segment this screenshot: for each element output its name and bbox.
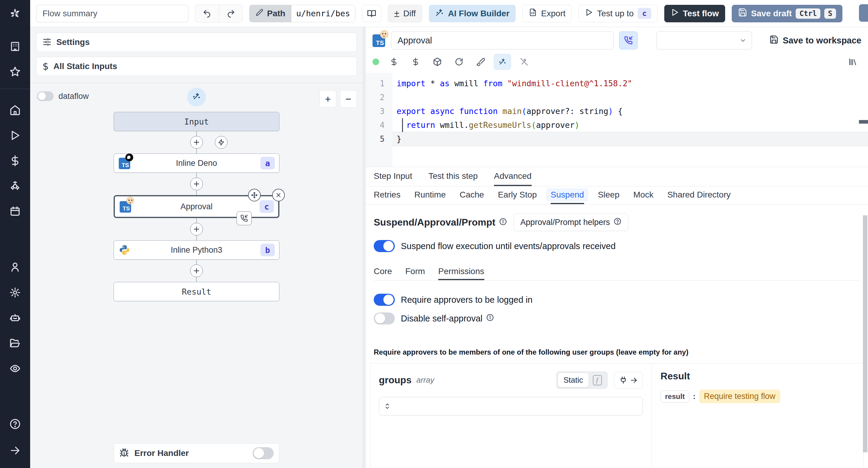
zoom-out-button[interactable]: −: [340, 90, 357, 108]
approval-phone-button[interactable]: [619, 31, 638, 50]
tab-advanced[interactable]: Advanced: [494, 167, 532, 186]
editor-code[interactable]: import * as wmill from "windmill-client@…: [393, 73, 868, 167]
insert-step-button[interactable]: [190, 178, 203, 190]
suspend-toggle-label: Suspend flow execution until events/appr…: [401, 241, 616, 251]
undo-button[interactable]: [195, 5, 219, 22]
ai-flow-builder-button[interactable]: AI Flow Builder: [429, 5, 516, 22]
flow-graph-canvas[interactable]: dataflow + − Input: [30, 83, 363, 468]
zoom-in-button[interactable]: +: [319, 90, 336, 108]
insert-step-button[interactable]: [190, 136, 203, 149]
approval-prompt-helpers-button[interactable]: Approval/Prompt helpers: [514, 213, 628, 231]
docs-book-button[interactable]: [362, 5, 381, 22]
folders-icon[interactable]: [8, 337, 22, 350]
subtab-runtime[interactable]: Runtime: [414, 186, 446, 204]
workspace-icon[interactable]: [8, 40, 22, 53]
tab-test-this-step[interactable]: Test this step: [429, 167, 478, 186]
test-flow-button[interactable]: Test flow: [664, 5, 725, 22]
variables-icon[interactable]: [8, 154, 22, 167]
favorites-star-icon[interactable]: [8, 65, 22, 79]
insert-step-button[interactable]: [190, 264, 203, 277]
connect-input-button[interactable]: [614, 372, 643, 389]
subtab-retries[interactable]: Retries: [374, 186, 401, 204]
flow-node-inline-python[interactable]: Inline Python3 b: [114, 240, 279, 260]
redo-button[interactable]: [219, 5, 242, 22]
disable-self-approval-toggle[interactable]: [374, 313, 395, 324]
flow-node-result[interactable]: Result: [114, 282, 279, 301]
all-static-inputs-item[interactable]: $ All Static Inputs: [36, 57, 357, 76]
result-key-badge[interactable]: result: [661, 390, 689, 403]
resources-icon[interactable]: [8, 179, 22, 193]
save-draft-button[interactable]: Save draft Ctrl S: [732, 5, 842, 22]
app-window: Path u/henri/bes ± Diff AI Flow Builder …: [0, 0, 868, 468]
package-button[interactable]: [429, 54, 446, 70]
diff-button[interactable]: ± Diff: [388, 5, 422, 22]
users-icon[interactable]: [8, 261, 22, 274]
panel-splitter[interactable]: [363, 27, 366, 468]
deploy-button-partial[interactable]: [859, 4, 868, 22]
collapse-arrow-icon[interactable]: [8, 444, 22, 457]
format-brush-button[interactable]: [472, 54, 490, 70]
flow-settings-item[interactable]: Settings: [36, 33, 357, 52]
settings-gear-icon[interactable]: [8, 286, 22, 299]
panel-scrollbar[interactable]: [863, 215, 867, 452]
tab-permissions[interactable]: Permissions: [438, 264, 484, 280]
info-icon[interactable]: [486, 314, 494, 324]
home-icon[interactable]: [8, 104, 22, 117]
function-icon: ƒ: [593, 375, 602, 385]
add-variable-button[interactable]: [385, 54, 403, 70]
schedules-icon[interactable]: [8, 205, 22, 218]
info-icon[interactable]: [499, 217, 507, 228]
editor-toolbar: [366, 52, 868, 73]
subtab-sleep[interactable]: Sleep: [598, 186, 620, 204]
subtab-shared-directory[interactable]: Shared Directory: [667, 186, 731, 204]
tab-form[interactable]: Form: [405, 264, 425, 280]
static-mode-button[interactable]: Static: [558, 373, 588, 387]
add-trigger-button[interactable]: [215, 136, 227, 149]
insert-step-button[interactable]: [190, 223, 203, 235]
workers-icon[interactable]: [8, 311, 22, 324]
tab-step-input[interactable]: Step Input: [374, 167, 412, 186]
move-step-button[interactable]: [248, 189, 261, 201]
flow-summary-input[interactable]: [36, 5, 188, 22]
function-mode-button[interactable]: ƒ: [589, 373, 606, 387]
ai-gen-wand-button[interactable]: [494, 54, 511, 70]
help-icon[interactable]: [8, 417, 22, 431]
graph-ai-wand-button[interactable]: [187, 88, 206, 107]
error-handler-toggle[interactable]: [253, 447, 274, 459]
path-value: u/henri/bes: [291, 5, 355, 22]
wand-sparkles-icon: [498, 57, 507, 66]
ai-off-wand-button[interactable]: [516, 54, 533, 70]
suspend-phone-badge[interactable]: [237, 211, 252, 225]
export-button[interactable]: Export: [522, 5, 572, 22]
plus-icon: [193, 180, 200, 188]
subtab-early-stop[interactable]: Early Stop: [498, 186, 537, 204]
flow-node-inline-deno[interactable]: TS Inline Deno a: [114, 153, 279, 173]
step-name-input[interactable]: [391, 31, 614, 50]
path-edit-button[interactable]: Path: [250, 5, 291, 22]
flow-node-input[interactable]: Input: [114, 112, 279, 131]
move-icon: [251, 192, 258, 199]
save-to-workspace-button[interactable]: Save to workspace: [770, 35, 861, 46]
windmill-logo[interactable]: [0, 0, 30, 27]
editor-scroll-mark[interactable]: [859, 120, 868, 124]
runs-icon[interactable]: [8, 129, 22, 142]
subtab-suspend[interactable]: Suspend: [551, 186, 584, 204]
suspend-flow-toggle[interactable]: [374, 240, 395, 252]
subtab-cache[interactable]: Cache: [460, 186, 484, 204]
audit-eye-icon[interactable]: [8, 362, 22, 375]
add-resource-button[interactable]: [407, 54, 424, 70]
tab-core[interactable]: Core: [374, 264, 392, 280]
library-button[interactable]: [844, 54, 861, 70]
path-control[interactable]: Path u/henri/bes: [249, 5, 355, 22]
test-up-to-button[interactable]: Test up to c: [578, 5, 657, 22]
code-editor[interactable]: 12345 import * as wmill from "windmill-c…: [366, 73, 868, 167]
reload-button[interactable]: [450, 54, 468, 70]
flow-editor-panel: Settings $ All Static Inputs dataflow: [30, 27, 363, 468]
error-handler-item[interactable]: Error Handler: [114, 443, 279, 463]
delete-step-button[interactable]: [272, 189, 285, 201]
groups-value-input[interactable]: [379, 397, 643, 415]
dataflow-toggle[interactable]: [37, 91, 54, 101]
require-login-toggle[interactable]: [374, 294, 395, 306]
script-version-select[interactable]: [656, 31, 752, 50]
subtab-mock[interactable]: Mock: [633, 186, 653, 204]
